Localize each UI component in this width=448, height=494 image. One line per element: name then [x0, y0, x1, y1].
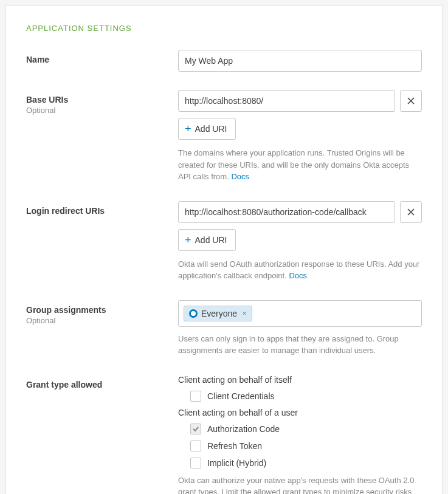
row-grant-type: Grant type allowed Client acting on beha… — [26, 375, 422, 495]
add-login-redirect-uri-button[interactable]: + Add URI — [178, 229, 236, 251]
authorization-code-label: Authorization Code — [207, 424, 280, 434]
row-group-assignments: Group assignments Optional Everyone × Us… — [26, 300, 422, 357]
row-login-redirect-uris: Login redirect URIs + Add URI Okta will … — [26, 201, 422, 282]
grant-sub-itself: Client acting on behalf of itself — [178, 375, 422, 385]
base-uri-row — [178, 90, 422, 112]
add-base-uri-label: Add URI — [195, 124, 227, 134]
section-title: APPLICATION SETTINGS — [26, 24, 422, 33]
checkbox-authorization-code — [190, 424, 201, 434]
base-uris-sublabel: Optional — [26, 106, 178, 115]
group-assignments-sublabel: Optional — [26, 316, 178, 325]
checkbox-implicit[interactable] — [190, 458, 201, 468]
base-uris-label: Base URIs — [26, 95, 178, 105]
grant-sub-user: Client acting on behalf of a user — [178, 408, 422, 417]
base-uri-input[interactable] — [178, 90, 395, 112]
close-icon — [407, 97, 415, 105]
login-redirect-uri-row — [178, 201, 422, 223]
refresh-token-label: Refresh Token — [207, 441, 262, 451]
name-input[interactable] — [178, 50, 422, 72]
row-name: Name — [26, 50, 422, 72]
login-redirect-docs-link[interactable]: Docs — [289, 271, 307, 280]
login-redirect-help: Okta will send OAuth authorization respo… — [178, 258, 422, 282]
close-icon — [407, 208, 415, 216]
name-label: Name — [26, 55, 178, 64]
remove-login-redirect-uri-button[interactable] — [400, 201, 422, 223]
group-assignments-help: Users can only sign in to apps that they… — [178, 333, 422, 357]
plus-icon: + — [185, 123, 191, 134]
checkbox-authorization-code-row: Authorization Code — [190, 424, 422, 434]
check-icon — [192, 425, 199, 433]
client-credentials-label: Client Credentials — [207, 391, 275, 401]
checkbox-refresh-token-row: Refresh Token — [190, 441, 422, 451]
remove-base-uri-button[interactable] — [400, 90, 422, 112]
group-assignments-label: Group assignments — [26, 305, 178, 315]
plus-icon: + — [185, 235, 191, 245]
login-redirect-label: Login redirect URIs — [26, 206, 178, 216]
checkbox-implicit-row: Implicit (Hybrid) — [190, 458, 422, 468]
grant-type-label: Grant type allowed — [26, 380, 178, 389]
group-chip: Everyone × — [184, 306, 252, 321]
checkbox-client-credentials-row: Client Credentials — [190, 391, 422, 402]
group-icon — [189, 309, 198, 318]
remove-group-chip-button[interactable]: × — [241, 309, 247, 318]
add-login-redirect-uri-label: Add URI — [195, 235, 227, 245]
group-assignments-input[interactable]: Everyone × — [178, 300, 422, 327]
add-base-uri-button[interactable]: + Add URI — [178, 118, 236, 140]
base-uris-docs-link[interactable]: Docs — [231, 172, 249, 181]
login-redirect-uri-input[interactable] — [178, 201, 395, 223]
group-chip-label: Everyone — [201, 309, 237, 318]
settings-panel: APPLICATION SETTINGS Name Base URIs Opti… — [5, 5, 443, 494]
implicit-label: Implicit (Hybrid) — [207, 458, 266, 468]
row-base-uris: Base URIs Optional + Add URI The domains… — [26, 90, 422, 183]
checkbox-refresh-token[interactable] — [190, 441, 201, 451]
base-uris-help: The domains where your application runs.… — [178, 147, 422, 183]
checkbox-client-credentials[interactable] — [190, 391, 201, 402]
grant-type-help: Okta can authorize your native app's req… — [178, 475, 422, 495]
